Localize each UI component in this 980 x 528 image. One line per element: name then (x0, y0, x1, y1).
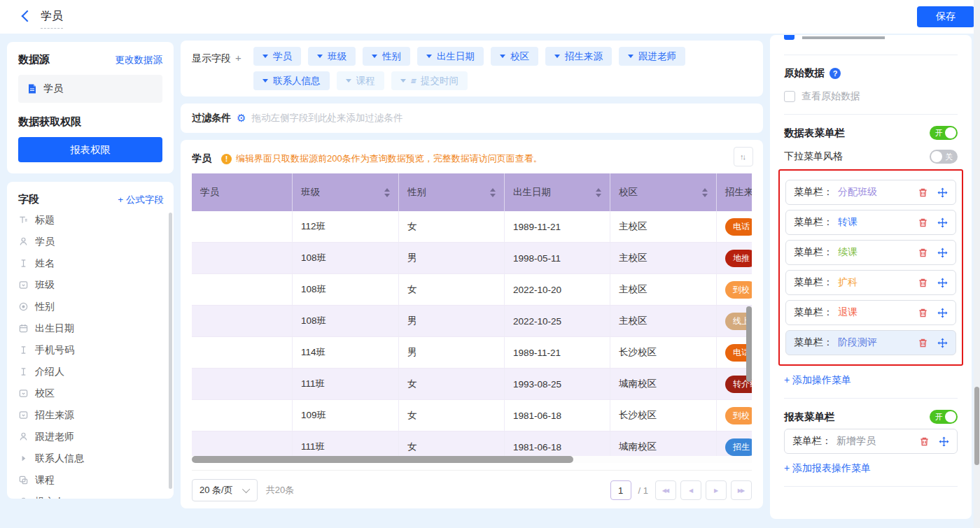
table-row[interactable]: 109班 女 1981-06-18 长沙校区 到校 (192, 400, 752, 431)
field-item[interactable]: 课程 (18, 469, 164, 491)
field-chip[interactable]: ≡ 校区 (491, 47, 538, 66)
chevron-down-icon[interactable] (400, 79, 406, 83)
menu-bar-item[interactable]: 菜单栏： 退课 (785, 300, 956, 325)
delete-icon[interactable] (918, 278, 928, 288)
first-page-button[interactable]: ◀◀ (655, 480, 676, 500)
cell-campus: 主校区 (610, 243, 717, 273)
table-row[interactable]: 108班 女 2022-10-20 主校区 到校 (192, 274, 752, 306)
chevron-down-icon[interactable] (554, 55, 560, 58)
help-icon[interactable]: ? (830, 68, 841, 79)
delete-icon[interactable] (918, 248, 928, 258)
field-chip[interactable]: ≡ 课程 (337, 71, 384, 90)
field-item[interactable]: 出生日期 (18, 317, 164, 339)
delete-icon[interactable] (918, 308, 928, 318)
field-chip[interactable]: ≡ 学员 (253, 47, 301, 66)
window-scrollbar-thumb[interactable] (974, 387, 979, 465)
save-button[interactable]: 保存 (917, 6, 974, 27)
move-icon[interactable] (937, 338, 948, 348)
field-item[interactable]: 班级 (18, 274, 164, 296)
chevron-down-icon[interactable] (317, 55, 323, 58)
filter-dropzone-placeholder[interactable]: 拖动左侧字段到此处来添加过滤条件 (251, 112, 402, 124)
table-row[interactable]: 114班 男 1989-11-21 长沙校区 电话 (192, 337, 752, 369)
sort-arrows-icon[interactable] (596, 188, 601, 197)
delete-icon[interactable] (918, 338, 928, 348)
chevron-down-icon[interactable] (262, 79, 268, 83)
move-icon[interactable] (937, 248, 948, 258)
move-icon[interactable] (937, 187, 948, 198)
gear-icon[interactable]: ⚙ (237, 112, 246, 124)
source-tag: 招生 (725, 438, 752, 456)
table-horizontal-scrollbar[interactable] (192, 456, 752, 463)
prev-page-button[interactable]: ◀ (680, 480, 701, 500)
chevron-down-icon[interactable] (500, 55, 505, 58)
add-display-field-button[interactable]: + (235, 52, 241, 64)
field-item[interactable]: 性别 (18, 296, 164, 317)
next-page-button[interactable]: ▶ (706, 480, 727, 500)
page-number-input[interactable]: 1 (610, 480, 631, 500)
field-chip[interactable]: ≡ 出生日期 (417, 47, 484, 66)
field-chip[interactable]: ≡ 联系人信息 (253, 71, 330, 90)
menu-bar-item[interactable]: 菜单栏： 续课 (785, 240, 956, 265)
checkbox-icon[interactable] (784, 91, 795, 102)
chevron-down-icon[interactable] (372, 55, 377, 58)
sort-arrows-icon[interactable] (490, 188, 496, 197)
sort-arrows-icon[interactable] (384, 188, 390, 197)
field-chip[interactable]: ≡ 跟进老师 (619, 47, 685, 66)
checkbox-checked-icon[interactable] (784, 35, 794, 40)
add-formula-field-link[interactable]: + 公式字段 (118, 194, 164, 206)
table-menu-toggle[interactable]: 开 (930, 126, 958, 140)
fields-scrollbar[interactable] (169, 213, 172, 489)
menu-bar-item[interactable]: 菜单栏： 阶段测评 (785, 330, 956, 355)
page-size-select[interactable]: 20 条/页 (192, 479, 258, 501)
move-icon[interactable] (937, 217, 948, 228)
field-item[interactable]: 手机号码 (18, 339, 164, 361)
chevron-down-icon[interactable] (262, 55, 268, 58)
field-item-label: 跟进老师 (35, 431, 74, 443)
table-row[interactable]: 111班 女 1993-08-25 城南校区 转介绍 (192, 369, 752, 400)
report-permission-button[interactable]: 报表权限 (18, 137, 162, 162)
move-icon[interactable] (939, 436, 949, 447)
menu-bar-item[interactable]: 菜单栏： 分配班级 (785, 180, 956, 205)
table-row[interactable]: 112班 女 1989-11-21 主校区 电话 (192, 211, 752, 243)
menu-bar-item[interactable]: 菜单栏： 扩科 (785, 270, 956, 295)
field-item[interactable]: 学员 (18, 231, 164, 252)
field-item[interactable]: 跟进老师 (18, 426, 164, 448)
field-item[interactable]: 校区 (18, 383, 164, 404)
move-icon[interactable] (937, 308, 948, 318)
field-chip[interactable]: ≡ 班级 (308, 47, 356, 66)
table-vertical-scrollbar[interactable] (746, 306, 752, 382)
chevron-down-icon[interactable] (628, 55, 634, 58)
add-report-action-menu-link[interactable]: + 添加报表操作菜单 (784, 462, 958, 475)
table-row[interactable]: 108班 男 1998-05-11 主校区 地推 (192, 243, 752, 274)
menu-bar-item[interactable]: 菜单栏： 新增学员 (784, 429, 958, 454)
sort-arrows-icon[interactable] (702, 188, 708, 197)
field-chip-label: 性别 (382, 50, 401, 63)
table-row[interactable]: 108班 男 2022-10-25 主校区 线上 (192, 306, 752, 337)
add-action-menu-link[interactable]: + 添加操作菜单 (784, 374, 958, 387)
view-raw-data-checkbox-row[interactable]: 查看原始数据 (784, 90, 958, 103)
delete-icon[interactable] (919, 436, 930, 447)
field-chip[interactable]: ≡ 提交时间 (391, 71, 468, 90)
menu-bar-item[interactable]: 菜单栏： 转课 (785, 210, 956, 235)
delete-icon[interactable] (918, 217, 928, 228)
field-item[interactable]: 联系人信息 (18, 448, 164, 469)
report-menu-toggle[interactable]: 开 (930, 410, 958, 424)
dropdown-style-toggle[interactable]: 关 (930, 150, 958, 164)
datasource-item[interactable]: 学员 (18, 75, 162, 103)
field-chip[interactable]: ≡ 性别 (363, 47, 410, 66)
chevron-down-icon[interactable] (426, 55, 432, 58)
delete-icon[interactable] (918, 187, 928, 198)
back-icon[interactable] (20, 10, 34, 24)
move-icon[interactable] (937, 278, 948, 288)
field-item[interactable]: 招生来源 (18, 404, 164, 426)
field-item[interactable]: 标题 (18, 209, 164, 231)
change-datasource-link[interactable]: 更改数据源 (115, 54, 163, 66)
field-item[interactable]: 介绍人 (18, 361, 164, 383)
field-chip[interactable]: ≡ 招生来源 (545, 47, 612, 66)
field-item[interactable]: 提交人 (18, 491, 164, 499)
last-page-button[interactable]: ▶▶ (731, 480, 752, 500)
field-item[interactable]: 姓名 (18, 252, 164, 274)
window-scrollbar[interactable] (974, 0, 980, 528)
table-sort-button[interactable]: ↑↓ (734, 147, 753, 166)
chevron-down-icon[interactable] (346, 79, 351, 83)
